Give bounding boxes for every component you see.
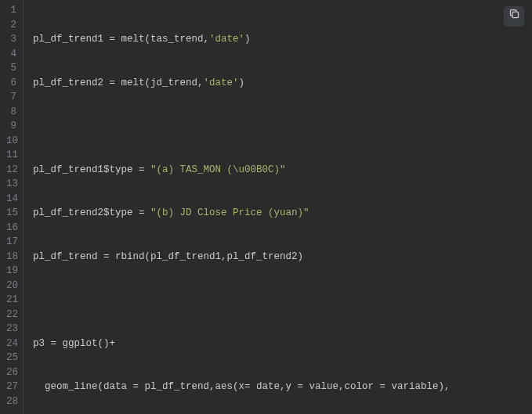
code-line: pl_df_trend2 = melt(jd_trend,'date'): [33, 76, 532, 91]
line-number: 8: [6, 105, 16, 120]
line-number: 1: [6, 3, 16, 18]
code-line: [33, 119, 532, 134]
line-number: 24: [6, 337, 16, 351]
code-line: pl_df_trend2$type = "(b) JD Close Price …: [33, 206, 532, 221]
line-number: 10: [6, 134, 16, 149]
code-line: pl_df_trend = rbind(pl_df_trend1,pl_df_t…: [33, 250, 532, 265]
line-number: 7: [6, 90, 16, 105]
line-number: 11: [6, 148, 16, 163]
line-number: 26: [6, 365, 16, 380]
code-editor: 1 2 3 4 5 6 7 8 9 10 11 12 13 14 15 16 1…: [0, 0, 532, 414]
line-number: 15: [6, 206, 16, 221]
line-number: 16: [6, 221, 16, 236]
line-number: 23: [6, 322, 16, 337]
line-number: 3: [6, 32, 16, 47]
line-number: 25: [6, 351, 16, 365]
code-line: pl_df_trend1 = melt(tas_trend,'date'): [33, 32, 532, 47]
code-line: geom_line(data = pl_df_trend,aes(x= date…: [33, 380, 532, 394]
line-number: 20: [6, 279, 16, 293]
code-content[interactable]: pl_df_trend1 = melt(tas_trend,'date') pl…: [24, 0, 532, 414]
line-number: 17: [6, 235, 16, 250]
copy-icon: [508, 8, 520, 25]
line-number: 4: [6, 47, 16, 62]
line-number: 5: [6, 61, 16, 76]
line-number: 22: [6, 308, 16, 322]
line-number: 9: [6, 119, 16, 134]
line-number: 13: [6, 177, 16, 192]
line-number-gutter: 1 2 3 4 5 6 7 8 9 10 11 12 13 14 15 16 1…: [0, 0, 24, 414]
line-number: 2: [6, 18, 16, 33]
line-number: 12: [6, 163, 16, 178]
line-number: 28: [6, 394, 16, 409]
code-line: [33, 293, 532, 308]
line-number: 19: [6, 264, 16, 279]
line-number: 21: [6, 293, 16, 308]
line-number: 27: [6, 380, 16, 394]
code-line: pl_df_trend1$type = "(a) TAS_MON (\u00B0…: [33, 163, 532, 178]
copy-button[interactable]: [504, 6, 524, 27]
line-number: 14: [6, 192, 16, 207]
svg-rect-0: [512, 12, 519, 18]
line-number: 6: [6, 76, 16, 91]
code-line: p3 = ggplot()+: [33, 337, 532, 351]
line-number: 18: [6, 250, 16, 265]
